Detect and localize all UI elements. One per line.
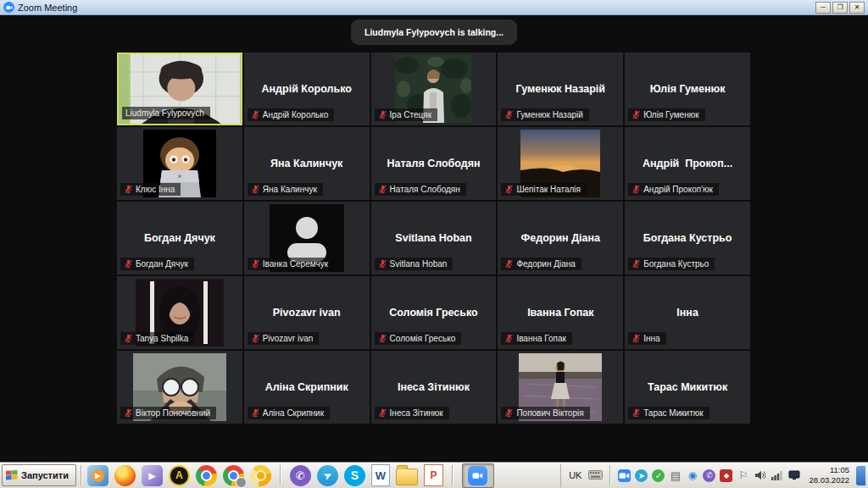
mic-off-icon [632, 408, 641, 418]
participant-label: Андрій Королько [248, 108, 335, 121]
aimp-icon[interactable]: A [169, 465, 190, 486]
participant-label-text: Інеса Зітинюк [390, 408, 443, 418]
participant-label: Tanya Shpilka [120, 332, 194, 345]
participant-tile[interactable]: Іванна ГопакІванна Гопак [498, 276, 623, 349]
participant-tile[interactable]: Інеса ЗітинюкІнеса Зітинюк [371, 351, 497, 424]
mic-off-icon [504, 185, 514, 194]
participant-tile[interactable]: ІннаІнна [625, 276, 750, 349]
participant-tile[interactable]: Гуменюк НазарійГуменюк Назарій [498, 53, 623, 125]
clipboard-tray-icon[interactable]: ▤ [669, 469, 682, 482]
network-tray-icon[interactable] [771, 469, 783, 482]
minimize-button[interactable]: ─ [815, 2, 831, 14]
participant-label-text: Богдан Дячук [136, 259, 188, 269]
participant-label-text: Андрій Прокоп'юк [643, 185, 713, 194]
eye-tray-icon[interactable]: ◉ [686, 469, 698, 482]
volume-tray-icon[interactable] [754, 469, 766, 482]
participant-label: Тарас Микитюк [628, 407, 709, 419]
participant-tile[interactable]: Віктор Поночовний [117, 351, 242, 424]
participant-tile[interactable]: Федорин ДіанаФедорин Діана [498, 202, 623, 274]
windows-logo-icon [6, 469, 18, 482]
mic-off-icon [251, 334, 260, 343]
media-player-icon[interactable]: ▶ [87, 465, 108, 486]
telegram-icon[interactable]: ➤ [317, 465, 338, 486]
kmplayer-icon[interactable]: ▶ [142, 465, 163, 486]
flag-tray-icon[interactable]: ⚐ [737, 469, 749, 482]
word-icon[interactable]: W [371, 464, 390, 486]
mic-off-icon [124, 259, 133, 269]
participant-tile[interactable]: Тарас МикитюкТарас Микитюк [625, 351, 750, 424]
telegram-tray-icon[interactable]: ➤ [635, 469, 648, 482]
mic-off-icon [124, 185, 133, 194]
participant-tile[interactable]: Попович Вікторія [498, 351, 623, 424]
participant-tile[interactable]: Наталя СлободянНаталя Слободян [371, 127, 497, 200]
chrome-profile-icon[interactable] [223, 465, 244, 486]
start-button-label: Запустити [21, 470, 69, 480]
chrome-canary-icon[interactable] [250, 465, 271, 486]
restore-button[interactable]: ❐ [832, 2, 848, 14]
participant-label: Інна [628, 332, 665, 345]
participant-label-text: Pivozavr ivan [263, 334, 313, 343]
zoom-taskbar-button[interactable] [462, 463, 494, 488]
participant-tile[interactable]: Андрій Прокоп...Андрій Прокоп'юк [625, 127, 750, 200]
keyboard-icon[interactable] [588, 468, 603, 483]
hidden-panel-edge-icon[interactable] [856, 466, 865, 485]
mic-off-icon [632, 110, 641, 119]
window-title: Zoom Meeting [18, 3, 77, 13]
close-button[interactable]: ✕ [849, 2, 865, 14]
viber-tray-icon[interactable]: ✆ [703, 469, 715, 482]
firefox-icon[interactable] [114, 465, 136, 486]
talking-toast: Liudmyla Fylypovych is talking... [351, 19, 517, 45]
participant-label-text: Tanya Shpilka [136, 334, 188, 343]
display-tray-icon[interactable] [787, 469, 800, 482]
mic-off-icon [124, 334, 133, 343]
tray-clock[interactable]: 11:05 28.03.2022 [809, 465, 849, 485]
checkmark-tray-icon[interactable]: ✓ [652, 469, 665, 482]
mic-off-icon [504, 259, 514, 269]
mic-off-icon [124, 408, 133, 418]
participant-tile[interactable]: Svitlana HobanSvitlana Hoban [371, 202, 497, 274]
participant-label: Шепітак Наталія [501, 183, 587, 196]
window-titlebar[interactable]: Zoom Meeting ─❐✕ [0, 0, 868, 15]
participant-tile[interactable]: Андрій КоролькоАндрій Королько [244, 53, 370, 125]
chrome-icon[interactable] [196, 465, 217, 486]
participant-label-text: Попович Вікторія [516, 408, 583, 418]
participant-label-text: Аліна Скрипник [263, 408, 324, 418]
participant-tile[interactable]: Богдан ДячукБогдан Дячук [117, 202, 242, 274]
participant-tile[interactable]: Клюс Інна [117, 127, 242, 200]
participant-tile[interactable]: Шепітак Наталія [498, 127, 623, 200]
participant-label: Богдана Кустрьо [628, 258, 715, 270]
participant-label-text: Інна [643, 334, 659, 343]
zoom-tray-icon[interactable] [618, 469, 631, 482]
taskbar-separator [280, 465, 281, 485]
zoom-meeting-window: Zoom Meeting ─❐✕ Liudmyla Fylypovych is … [0, 0, 868, 488]
meeting-area: Liudmyla Fylypovych is talking... Liudmy… [0, 15, 868, 462]
skype-icon[interactable]: S [344, 465, 365, 486]
participant-tile[interactable]: Соломія ГреськоСоломія Гресько [371, 276, 497, 349]
participant-tile[interactable]: Pivozavr ivanPivozavr ivan [244, 276, 370, 349]
participant-tile[interactable]: Яна КалинчукЯна Калинчук [244, 127, 370, 200]
mic-off-icon [504, 408, 514, 418]
clock-time: 11:05 [809, 465, 849, 475]
participant-tile[interactable]: Богдана КустрьоБогдана Кустрьо [625, 202, 750, 274]
participant-tile[interactable]: Іванка Серемчук [244, 202, 370, 274]
participant-label-text: Іра Стецяк [390, 110, 431, 119]
start-button[interactable]: Запустити [2, 464, 76, 486]
participant-tile[interactable]: Аліна СкрипникАліна Скрипник [244, 351, 370, 424]
powerpoint-icon[interactable]: P [424, 464, 443, 486]
viber-icon[interactable]: ✆ [290, 465, 311, 486]
participant-grid: Liudmyla FylypovychАндрій КоролькоАндрій… [117, 53, 750, 424]
participant-label-text: Богдана Кустрьо [643, 259, 709, 269]
file-manager-icon[interactable] [396, 469, 418, 485]
participant-label: Іванка Серемчук [248, 258, 334, 270]
participant-tile[interactable]: Tanya Shpilka [117, 276, 242, 349]
quick-launch-bar: ▶▶A✆➤SWP [85, 463, 497, 488]
language-indicator[interactable]: UK [566, 470, 584, 480]
participant-tile[interactable]: Liudmyla Fylypovych [117, 53, 242, 125]
participant-tile[interactable]: Юлія ГуменюкЮлія Гуменюк [625, 53, 750, 125]
participant-label: Інеса Зітинюк [375, 407, 449, 419]
participant-label-text: Svitlana Hoban [390, 259, 448, 269]
antivirus-tray-icon[interactable]: ◆ [720, 469, 732, 482]
participant-tile[interactable]: Іра Стецяк [371, 53, 497, 125]
mic-off-icon [378, 408, 387, 418]
participant-label: Юлія Гуменюк [628, 108, 704, 121]
